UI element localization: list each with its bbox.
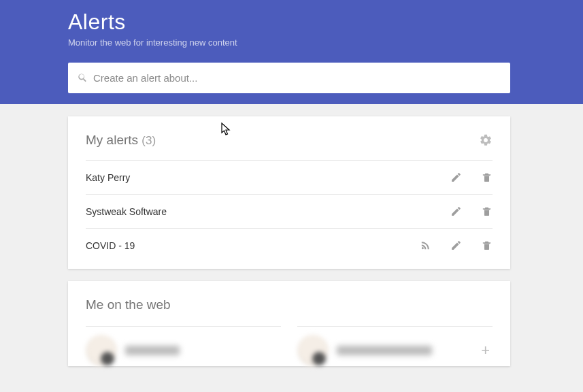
alert-row[interactable]: Systweak Software <box>86 195 493 229</box>
me-on-web-title: Me on the web <box>86 297 171 312</box>
page-subtitle: Monitor the web for interesting new cont… <box>68 37 510 48</box>
create-alert-input[interactable] <box>93 72 501 84</box>
edit-icon[interactable] <box>450 206 462 217</box>
my-alerts-card: My alerts (3) Katy PerrySystweak Softwar… <box>68 116 510 269</box>
search-box[interactable] <box>68 63 510 93</box>
alert-actions <box>420 240 493 251</box>
blurred-name <box>337 346 432 355</box>
alert-name: Katy Perry <box>86 172 130 183</box>
me-on-web-card: Me on the web + <box>68 281 510 366</box>
alert-name: COVID - 19 <box>86 240 135 251</box>
web-item[interactable]: + <box>297 326 493 366</box>
add-button[interactable]: + <box>478 342 493 359</box>
blurred-name <box>125 346 180 355</box>
delete-icon[interactable] <box>481 240 493 251</box>
delete-icon[interactable] <box>481 206 493 217</box>
alert-actions <box>450 172 493 183</box>
avatar <box>86 335 117 366</box>
edit-icon[interactable] <box>450 172 462 183</box>
alert-actions <box>450 206 493 217</box>
my-alerts-title: My alerts (3) <box>86 133 156 148</box>
alert-row[interactable]: COVID - 19 <box>86 229 493 262</box>
page-title: Alerts <box>68 10 510 35</box>
header-banner: Alerts Monitor the web for interesting n… <box>0 0 583 104</box>
rss-icon[interactable] <box>420 240 431 251</box>
alert-row[interactable]: Katy Perry <box>86 161 493 195</box>
edit-icon[interactable] <box>450 240 462 251</box>
web-item[interactable] <box>86 326 281 366</box>
settings-button[interactable] <box>479 133 493 147</box>
search-icon <box>78 73 88 83</box>
alert-name: Systweak Software <box>86 206 167 217</box>
delete-icon[interactable] <box>481 172 493 183</box>
avatar <box>297 335 329 366</box>
